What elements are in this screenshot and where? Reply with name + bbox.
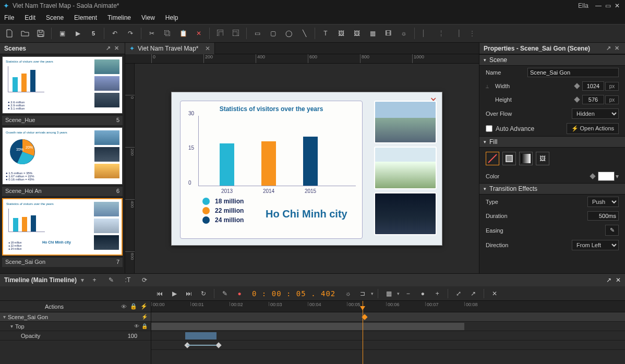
city-label[interactable]: Ho Chi Minh city [266, 208, 347, 220]
zoom-in-icon[interactable]: + [431, 287, 443, 300]
keyframe-diamond-icon[interactable] [574, 96, 580, 102]
scene-thumb-saigon[interactable]: Statistics of visitors over the years ● … [2, 198, 123, 256]
ungroup-icon[interactable]: ⿹ [229, 26, 243, 41]
panel-popout-icon[interactable]: ↗ [604, 45, 612, 52]
paste-icon[interactable]: 📋 [176, 26, 190, 41]
image-icon[interactable]: 🖼 [334, 26, 348, 41]
height-input[interactable] [582, 95, 604, 104]
add-timeline-icon[interactable]: + [88, 274, 101, 286]
time-ruler[interactable]: 00:00 00:01 00:02 00:03 00:04 00:05 00:0… [151, 301, 625, 312]
magnet-icon[interactable]: ⊐ [356, 287, 369, 300]
visibility-icon[interactable]: 👁 [121, 304, 127, 310]
clip-top[interactable] [185, 332, 217, 339]
ellipse-icon[interactable]: ◯ [281, 26, 296, 41]
timeline-track-area[interactable]: 00:00 00:01 00:02 00:03 00:04 00:05 00:0… [151, 301, 625, 364]
scene-thumb-hoian[interactable]: Growth rate of visitor arrivals among 3 … [2, 127, 123, 185]
stage[interactable]: ✕ Statistics of visitors over the years … [171, 92, 442, 246]
delete-kf-icon[interactable]: ✕ [488, 287, 501, 300]
photo-1[interactable] [374, 101, 437, 143]
panel-close-icon[interactable]: ✕ [612, 45, 621, 52]
audio-icon[interactable]: ☼ [396, 26, 411, 41]
keyframe-diamond-icon[interactable] [590, 173, 595, 179]
play-icon[interactable]: ▶ [168, 287, 181, 300]
record-icon[interactable]: ● [233, 287, 246, 300]
loop-icon[interactable]: ↻ [197, 287, 210, 300]
delete-icon[interactable]: ✕ [191, 26, 206, 41]
minimize-button[interactable]: — [594, 2, 603, 9]
preview-icon[interactable]: ▶ [70, 26, 85, 41]
zoom-fit-icon[interactable]: ● [416, 287, 429, 300]
color-swatch[interactable] [598, 172, 615, 181]
config-timeline-icon[interactable]: ⟳ [138, 274, 151, 286]
timeline-dropdown-icon[interactable]: ▾ [81, 276, 84, 284]
scene-thumb-hue[interactable]: Statistics of visitors over the years ● … [2, 56, 123, 114]
fill-gradient-icon[interactable] [519, 152, 533, 165]
type-select[interactable]: Push [587, 197, 619, 207]
fill-solid-icon[interactable] [502, 152, 516, 165]
distribute-icon[interactable]: ⋮ [465, 26, 479, 41]
tab-close-icon[interactable]: ✕ [205, 45, 210, 52]
cut-icon[interactable]: ✂ [145, 26, 159, 41]
text-timeline-icon[interactable]: :T [122, 274, 134, 286]
panel-close-icon[interactable]: ✕ [616, 276, 621, 284]
rounded-rect-icon[interactable]: ▢ [266, 26, 280, 41]
lane-scene[interactable] [151, 322, 625, 331]
align-right-icon[interactable]: ▕ [449, 26, 464, 41]
lane-opacity[interactable] [151, 341, 625, 350]
canvas-viewport[interactable]: ✕ Statistics of visitors over the years … [135, 64, 479, 273]
lane-actions[interactable] [151, 312, 625, 322]
goto-end-icon[interactable]: ⏭ [183, 287, 195, 300]
rect-icon[interactable]: ▭ [250, 26, 265, 41]
image2-icon[interactable]: 🖼 [350, 26, 364, 41]
html5-icon[interactable]: 5 [86, 26, 101, 41]
section-scene[interactable]: ▾Scene [479, 54, 625, 66]
sun-icon[interactable]: ☼ [342, 287, 354, 300]
direction-select[interactable]: From Left [572, 240, 619, 250]
panel-popout-icon[interactable]: ↗ [104, 45, 112, 52]
kf-editor-icon[interactable]: ✎ [219, 287, 231, 300]
group-icon[interactable]: ⿸ [213, 26, 227, 41]
video-icon[interactable]: 🎞 [381, 26, 395, 41]
menu-view[interactable]: View [141, 14, 155, 21]
overflow-select[interactable]: Hidden [572, 108, 619, 119]
popout-icon[interactable]: ↗ [467, 287, 479, 300]
menu-scene[interactable]: Scene [46, 14, 64, 21]
easing-button[interactable]: ✎ [605, 225, 619, 236]
redo-icon[interactable]: ↷ [123, 26, 138, 41]
menu-file[interactable]: File [4, 14, 14, 21]
open-actions-button[interactable]: ⚡ Open Actions [567, 123, 619, 134]
new-file-icon[interactable] [2, 26, 17, 41]
lock-icon[interactable]: 🔒 [141, 323, 148, 329]
panel-popout-icon[interactable]: ↗ [606, 276, 611, 284]
text-icon[interactable]: T [318, 26, 333, 41]
save-icon[interactable] [33, 26, 48, 41]
undo-icon[interactable]: ↶ [107, 26, 122, 41]
menu-help[interactable]: Help [165, 14, 178, 21]
track-top-name[interactable]: Top [15, 323, 132, 330]
close-button[interactable]: ✕ [612, 2, 622, 9]
keyframe-diamond-icon[interactable] [574, 83, 580, 89]
expand-track-icon[interactable]: ▾ [3, 314, 6, 320]
keyframe[interactable] [215, 342, 221, 348]
export-icon[interactable]: ▣ [55, 26, 69, 41]
width-input[interactable] [582, 81, 604, 91]
name-input[interactable] [527, 68, 619, 77]
grid-icon[interactable]: ▦ [382, 287, 395, 300]
lane-top[interactable] [151, 331, 625, 341]
track-scene-name[interactable]: Scene_Sai Gon [8, 314, 139, 320]
visibility-icon[interactable]: 👁 [134, 323, 139, 329]
align-center-icon[interactable]: ╎ [434, 26, 448, 41]
zoom-out-icon[interactable]: − [402, 287, 414, 300]
photo-2[interactable] [374, 147, 437, 189]
menu-element[interactable]: Element [74, 14, 97, 21]
canvas-tab[interactable]: ✦ Viet Nam Travel Map* ✕ [125, 43, 215, 54]
goto-start-icon[interactable]: ⏮ [153, 287, 166, 300]
copy-icon[interactable]: ⿻ [160, 26, 175, 41]
lock-icon[interactable]: 🔒 [130, 303, 137, 310]
panel-close-icon[interactable]: ✕ [112, 45, 121, 52]
line-icon[interactable]: ╲ [297, 26, 311, 41]
menu-timeline[interactable]: Timeline [107, 14, 131, 21]
track-bolt-icon[interactable]: ⚡ [141, 314, 148, 320]
duration-input[interactable] [587, 211, 619, 221]
user-name[interactable]: Ella [578, 2, 588, 9]
